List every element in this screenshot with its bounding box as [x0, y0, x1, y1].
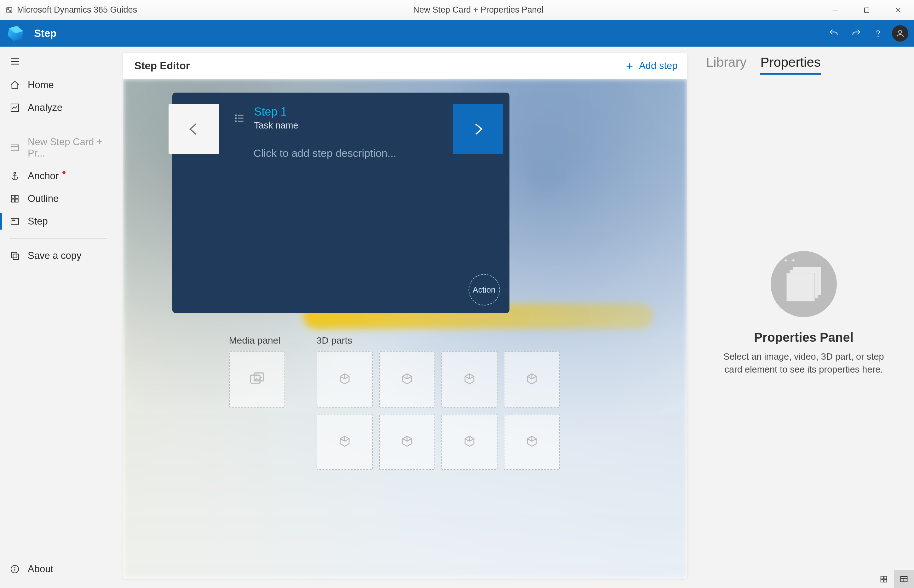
svg-rect-2 [10, 10, 11, 12]
task-list-icon [233, 112, 246, 124]
3d-part-slot[interactable] [379, 414, 435, 470]
svg-rect-21 [15, 195, 18, 198]
sidebar-item-label: Step [28, 216, 48, 227]
3d-part-slot[interactable] [504, 352, 560, 407]
plus-icon: ＋ [624, 60, 635, 71]
svg-rect-37 [251, 375, 260, 383]
outline-icon [10, 193, 20, 204]
analyze-icon [10, 102, 20, 113]
sidebar-item-step[interactable]: Step [0, 210, 116, 233]
sidebar-item-label: Analyze [28, 102, 62, 113]
svg-rect-40 [881, 576, 883, 579]
previous-step-button[interactable] [168, 104, 219, 154]
step-task-name[interactable]: Task name [254, 120, 298, 131]
sidebar-separator [10, 238, 107, 239]
media-slot[interactable] [229, 352, 285, 407]
app-logo[interactable] [0, 20, 31, 47]
3d-part-slot[interactable] [317, 352, 373, 407]
svg-rect-27 [13, 254, 19, 260]
properties-empty-state: ✦ ✦ Properties Panel Select an image, vi… [694, 251, 914, 376]
undo-button[interactable] [826, 25, 842, 42]
sidebar-item-about[interactable]: About [0, 558, 116, 580]
help-button[interactable] [870, 25, 886, 42]
window-titlebar: Microsoft Dynamics 365 Guides New Step C… [0, 0, 914, 20]
media-panel-heading: Media panel [229, 335, 285, 346]
add-step-label: Add step [639, 60, 678, 71]
ribbon-bar: Step [0, 20, 914, 47]
sidebar-hamburger-button[interactable] [0, 52, 116, 74]
anchor-icon [10, 171, 20, 181]
svg-rect-44 [901, 577, 908, 582]
editor-canvas-area: Step Editor ＋ Add step [116, 47, 694, 588]
window-close-button[interactable] [883, 0, 914, 20]
editor-viewport: Step 1 Task name Click to add step descr… [123, 79, 687, 578]
step-title[interactable]: Step 1 [254, 105, 298, 118]
svg-point-10 [899, 30, 902, 33]
left-sidebar: Home Analyze New Step Card + Pr... Ancho… [0, 47, 116, 588]
next-step-button[interactable] [453, 104, 503, 154]
svg-point-35 [235, 120, 236, 121]
svg-rect-26 [11, 252, 17, 258]
svg-rect-4 [864, 8, 869, 12]
3d-parts-heading: 3D parts [317, 335, 560, 346]
svg-rect-23 [15, 199, 18, 202]
sidebar-item-label: Save a copy [28, 250, 82, 262]
window-maximize-button[interactable] [851, 0, 883, 20]
svg-rect-42 [881, 580, 883, 582]
sidebar-item-label: About [28, 564, 53, 575]
3d-part-slot[interactable] [504, 414, 560, 470]
app-title: Microsoft Dynamics 365 Guides [17, 5, 137, 15]
editor-title: Step Editor [134, 60, 190, 72]
app-icon [6, 6, 13, 13]
properties-placeholder-icon: ✦ ✦ [771, 251, 837, 317]
svg-rect-1 [8, 8, 10, 10]
sidebar-item-label: Anchor [28, 170, 58, 182]
sidebar-item-analyze[interactable]: Analyze [0, 96, 116, 119]
svg-rect-20 [11, 195, 14, 198]
sidebar-item-home[interactable]: Home [0, 74, 116, 96]
home-icon [10, 80, 20, 90]
svg-point-17 [14, 172, 16, 174]
step-action-label: Action [472, 285, 495, 295]
account-button[interactable] [892, 25, 908, 42]
step-card[interactable]: Step 1 Task name Click to add step descr… [172, 93, 510, 313]
sidebar-item-save-copy[interactable]: Save a copy [0, 244, 116, 267]
view-detail-button[interactable] [894, 570, 914, 588]
sidebar-item-label: Outline [28, 193, 58, 204]
3d-part-slot[interactable] [379, 352, 435, 407]
sidebar-item-anchor[interactable]: Anchor [0, 165, 116, 187]
sidebar-item-outline[interactable]: Outline [0, 187, 116, 210]
svg-rect-15 [11, 145, 19, 151]
svg-point-30 [14, 567, 15, 568]
step-icon [10, 216, 20, 227]
svg-rect-22 [11, 199, 14, 202]
document-title: New Step Card + Properties Panel [413, 5, 543, 15]
3d-part-slot[interactable] [442, 352, 497, 407]
redo-button[interactable] [848, 25, 864, 42]
svg-point-9 [877, 36, 878, 37]
guide-file-icon [10, 142, 20, 153]
svg-point-33 [235, 117, 236, 118]
step-editor-card: Step Editor ＋ Add step [123, 53, 687, 578]
svg-rect-25 [12, 220, 15, 221]
window-minimize-button[interactable] [820, 0, 851, 20]
svg-point-31 [235, 114, 236, 116]
svg-rect-43 [884, 580, 886, 582]
view-grid-button[interactable] [874, 570, 894, 588]
tab-properties[interactable]: Properties [760, 55, 820, 74]
anchor-alert-dot-icon [62, 171, 66, 174]
info-icon [10, 564, 20, 575]
svg-rect-24 [11, 218, 19, 225]
add-step-button[interactable]: ＋ Add step [624, 60, 678, 71]
step-action-slot[interactable]: Action [469, 274, 500, 305]
svg-point-39 [256, 375, 257, 376]
3d-part-slot[interactable] [442, 414, 497, 470]
3d-part-slot[interactable] [317, 414, 373, 470]
save-copy-icon [10, 250, 20, 261]
svg-rect-41 [884, 576, 886, 579]
properties-placeholder-body: Select an image, video, 3D part, or step… [713, 350, 894, 376]
sidebar-item-recent-guide[interactable]: New Step Card + Pr... [0, 131, 116, 165]
tab-library[interactable]: Library [706, 55, 746, 73]
properties-placeholder-title: Properties Panel [713, 330, 894, 344]
right-panel: Library Properties ✦ ✦ Properties Panel … [694, 47, 914, 588]
